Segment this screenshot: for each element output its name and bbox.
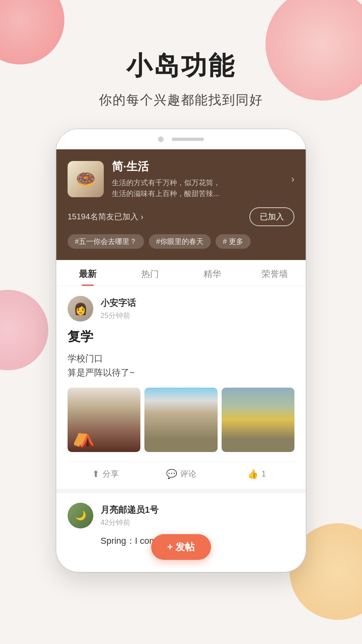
post-1-images [68,388,294,452]
sub-title: 你的每个兴趣都能找到同好 [0,91,362,109]
like-icon: 👍 [247,469,258,479]
post-2-avatar: 🌙 [68,503,93,528]
comment-icon: 💬 [166,469,177,479]
phone-top-bar [56,129,306,149]
share-icon: ⬆ [92,469,99,479]
post-1-meta: 小安字话 25分钟前 [101,297,136,320]
phone-camera [158,136,164,142]
post-1-title: 复学 [68,328,294,346]
post-2-meta: 月亮邮递员1号 42分钟前 [101,504,158,527]
like-action[interactable]: 👍 1 [219,469,294,479]
post-1-username: 小安字话 [101,297,136,309]
island-header: 简·生活 生活的方式有千万种，似万花筒， 生活的滋味有上百种，酸甜苦辣... › [68,159,294,199]
island-tags: #五一你会去哪里？ #你眼里的春天 # 更多 [68,234,294,249]
post-1-actions: ⬆ 分享 💬 评论 👍 1 [68,462,294,479]
island-stats-row: 15194名简友已加入 › 已加入 [68,207,294,226]
barriers-scene-2 [222,388,294,452]
phone-speaker [172,138,204,141]
post-1: 👩 小安字话 25分钟前 复学 学校门口 算是严阵以待了~ [56,286,306,489]
post-2-username: 月亮邮递员1号 [101,504,158,516]
island-arrow-icon[interactable]: › [291,173,294,185]
post-1-avatar: 👩 [68,296,93,322]
island-members[interactable]: 15194名简友已加入 › [68,211,143,222]
island-info: 简·生活 生活的方式有千万种，似万花筒， 生活的滋味有上百种，酸甜苦辣... [112,159,283,199]
fab-post-button[interactable]: + 发帖 [151,534,211,560]
header-section: 小岛功能 你的每个兴趣都能找到同好 [0,0,362,109]
post-1-header: 👩 小安字话 25分钟前 [68,296,294,322]
phone-frame: 简·生活 生活的方式有千万种，似万花筒， 生活的滋味有上百种，酸甜苦辣... ›… [56,129,306,572]
main-title: 小岛功能 [0,48,362,83]
share-action[interactable]: ⬆ 分享 [68,469,143,479]
island-name: 简·生活 [112,159,283,174]
tab-featured[interactable]: 精华 [181,260,243,286]
tent-scene [68,388,140,452]
tab-hot[interactable]: 热门 [119,260,181,286]
post-image-3 [222,388,294,452]
post-1-text: 学校门口 算是严阵以待了~ [68,351,294,380]
island-desc: 生活的方式有千万种，似万花筒， 生活的滋味有上百种，酸甜苦辣... [112,178,283,199]
comment-action[interactable]: 💬 评论 [143,469,219,479]
island-avatar [68,161,104,197]
phone-wrapper: 简·生活 生活的方式有千万种，似万花筒， 生活的滋味有上百种，酸甜苦辣... ›… [0,129,362,572]
island-join-button[interactable]: 已加入 [249,207,294,226]
tab-bar: 最新 热门 精华 荣誉墙 [56,260,306,286]
island-tag-1[interactable]: #五一你会去哪里？ [68,234,144,249]
post-image-1 [68,388,140,452]
island-tag-more[interactable]: # 更多 [216,234,251,249]
island-card: 简·生活 生活的方式有千万种，似万花筒， 生活的滋味有上百种，酸甜苦辣... ›… [56,149,306,260]
post-2-time: 42分钟前 [101,518,158,527]
post-1-time: 25分钟前 [101,311,136,320]
post-image-2 [144,388,217,452]
tab-honor[interactable]: 荣誉墙 [243,260,306,286]
island-tag-2[interactable]: #你眼里的春天 [149,234,211,249]
tab-latest[interactable]: 最新 [56,260,119,286]
barriers-scene-1 [144,388,217,452]
post-2-header: 🌙 月亮邮递员1号 42分钟前 [68,503,294,528]
